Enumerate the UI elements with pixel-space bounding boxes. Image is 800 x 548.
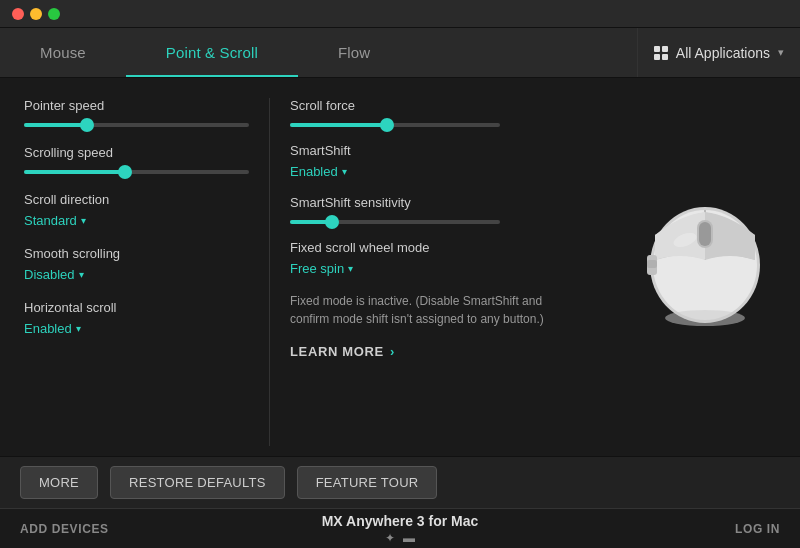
learn-more-button[interactable]: LEARN MORE › bbox=[290, 344, 776, 359]
scrolling-speed-label: Scrolling speed bbox=[24, 145, 249, 160]
battery-icon: ▬ bbox=[403, 531, 415, 545]
scroll-direction-label: Scroll direction bbox=[24, 192, 249, 207]
more-button[interactable]: MORE bbox=[20, 466, 98, 499]
pointer-speed-label: Pointer speed bbox=[24, 98, 249, 113]
tab-flow[interactable]: Flow bbox=[298, 28, 410, 77]
pointer-speed-setting: Pointer speed bbox=[24, 98, 249, 127]
svg-rect-6 bbox=[647, 260, 657, 268]
chevron-down-icon: ▾ bbox=[778, 46, 784, 59]
restore-defaults-button[interactable]: RESTORE DEFAULTS bbox=[110, 466, 285, 499]
add-devices-button[interactable]: ADD DEVICES bbox=[20, 522, 273, 536]
pointer-speed-slider[interactable] bbox=[24, 123, 249, 127]
scrolling-speed-setting: Scrolling speed bbox=[24, 145, 249, 174]
nav-tabs: Mouse Point & Scroll Flow bbox=[0, 28, 637, 77]
minimize-button[interactable] bbox=[30, 8, 42, 20]
chevron-down-icon: ▾ bbox=[342, 166, 347, 177]
bottom-buttons: MORE RESTORE DEFAULTS FEATURE TOUR bbox=[0, 456, 800, 508]
svg-point-7 bbox=[665, 310, 745, 326]
chevron-down-icon: ▾ bbox=[79, 269, 84, 280]
left-column: Pointer speed Scrolling speed Scroll dir… bbox=[24, 98, 269, 446]
horizontal-scroll-label: Horizontal scroll bbox=[24, 300, 249, 315]
scroll-force-label: Scroll force bbox=[290, 98, 776, 113]
chevron-down-icon: ▾ bbox=[81, 215, 86, 226]
navbar: Mouse Point & Scroll Flow All Applicatio… bbox=[0, 28, 800, 78]
bluetooth-icon: ✦ bbox=[385, 531, 395, 545]
login-button[interactable]: LOG IN bbox=[527, 522, 780, 536]
svg-rect-4 bbox=[699, 222, 711, 246]
titlebar bbox=[0, 0, 800, 28]
footer: ADD DEVICES MX Anywhere 3 for Mac ✦ ▬ LO… bbox=[0, 508, 800, 548]
scroll-force-slider[interactable] bbox=[290, 123, 500, 127]
scroll-force-setting: Scroll force bbox=[290, 98, 776, 127]
smartshift-label: SmartShift bbox=[290, 143, 776, 158]
device-name: MX Anywhere 3 for Mac bbox=[322, 513, 479, 529]
mouse-illustration bbox=[630, 170, 780, 330]
tab-point-scroll[interactable]: Point & Scroll bbox=[126, 28, 298, 77]
chevron-down-icon: ▾ bbox=[348, 263, 353, 274]
device-icons: ✦ ▬ bbox=[385, 531, 415, 545]
maximize-button[interactable] bbox=[48, 8, 60, 20]
tab-mouse[interactable]: Mouse bbox=[0, 28, 126, 77]
smooth-scrolling-label: Smooth scrolling bbox=[24, 246, 249, 261]
footer-device-info: MX Anywhere 3 for Mac ✦ ▬ bbox=[273, 513, 526, 545]
scrolling-speed-slider[interactable] bbox=[24, 170, 249, 174]
scroll-direction-dropdown[interactable]: Standard ▾ bbox=[24, 213, 249, 228]
close-button[interactable] bbox=[12, 8, 24, 20]
smartshift-sensitivity-slider[interactable] bbox=[290, 220, 500, 224]
scroll-direction-setting: Scroll direction Standard ▾ bbox=[24, 192, 249, 228]
grid-icon bbox=[654, 46, 668, 60]
chevron-down-icon: ▾ bbox=[76, 323, 81, 334]
horizontal-scroll-dropdown[interactable]: Enabled ▾ bbox=[24, 321, 249, 336]
arrow-icon: › bbox=[390, 344, 395, 359]
all-applications-button[interactable]: All Applications ▾ bbox=[637, 28, 800, 77]
horizontal-scroll-setting: Horizontal scroll Enabled ▾ bbox=[24, 300, 249, 336]
smooth-scrolling-dropdown[interactable]: Disabled ▾ bbox=[24, 267, 249, 282]
feature-tour-button[interactable]: FEATURE TOUR bbox=[297, 466, 438, 499]
smooth-scrolling-setting: Smooth scrolling Disabled ▾ bbox=[24, 246, 249, 282]
info-text: Fixed mode is inactive. (Disable SmartSh… bbox=[290, 292, 570, 328]
traffic-lights bbox=[12, 8, 60, 20]
